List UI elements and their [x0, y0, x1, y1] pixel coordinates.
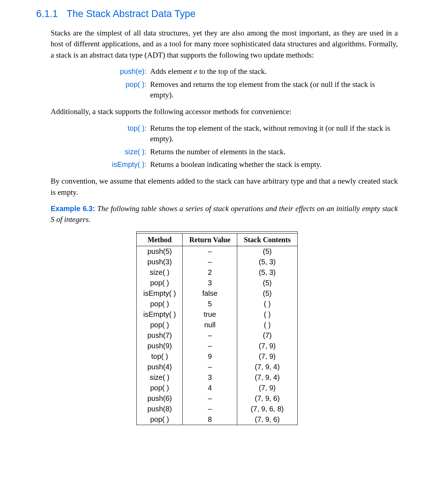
stack-operations-table: MethodReturn ValueStack Contentspush(5)–… — [136, 231, 297, 425]
table-cell: push(4) — [137, 362, 183, 372]
table-cell: null — [183, 320, 237, 330]
table-header: Stack Contents — [237, 233, 297, 246]
table-cell: – — [183, 246, 237, 257]
intro-paragraph-2: Additionally, a stack supports the follo… — [51, 106, 398, 117]
table-row: pop( )5( ) — [137, 299, 297, 309]
example-text: The following table shows a series of st… — [51, 204, 398, 223]
method-description: Returns a boolean indicating whether the… — [150, 159, 398, 170]
table-cell: pop( ) — [137, 383, 183, 393]
table-cell: (7, 9, 4) — [237, 362, 297, 372]
table-cell: 3 — [183, 278, 237, 288]
method-description: Adds element e to the top of the stack. — [150, 66, 398, 77]
table-cell: pop( ) — [137, 414, 183, 425]
table-row: isEmpty( )false(5) — [137, 288, 297, 299]
method-definition: top( ):Returns the top element of the st… — [51, 123, 398, 144]
table-cell: top( ) — [137, 351, 183, 362]
table-cell: isEmpty( ) — [137, 309, 183, 320]
table-row: push(3)–(5, 3) — [137, 257, 297, 267]
table-row: push(4)–(7, 9, 4) — [137, 362, 297, 372]
table-cell: true — [183, 309, 237, 320]
table-cell: – — [183, 362, 237, 372]
method-definition: size( ):Returns the number of elements i… — [51, 147, 398, 157]
table-cell: 4 — [183, 383, 237, 393]
table-cell: (5, 3) — [237, 257, 297, 267]
table-cell: 5 — [183, 299, 237, 309]
method-definition: push(e):Adds element e to the top of the… — [51, 66, 398, 77]
table-cell: (7, 9) — [237, 383, 297, 393]
table-cell: ( ) — [237, 309, 297, 320]
table-row: pop( )null( ) — [137, 320, 297, 330]
update-methods-list: push(e):Adds element e to the top of the… — [51, 66, 398, 100]
table-cell: 9 — [183, 351, 237, 362]
table-cell: (7, 9, 6) — [237, 414, 297, 425]
table-cell: 8 — [183, 414, 237, 425]
method-description: Returns the top element of the stack, wi… — [150, 123, 398, 144]
table-cell: 2 — [183, 267, 237, 278]
table-header: Method — [137, 233, 183, 246]
table-cell: pop( ) — [137, 320, 183, 330]
intro-paragraph-1: Stacks are the simplest of all data stru… — [51, 28, 398, 60]
table-cell: pop( ) — [137, 299, 183, 309]
method-description: Removes and returns the top element from… — [150, 79, 398, 101]
table-cell: (7, 9) — [237, 341, 297, 351]
table-row: size( )3(7, 9, 4) — [137, 372, 297, 383]
section-number: 6.1.1 — [36, 8, 58, 19]
table-cell: (7, 9, 6, 8) — [237, 404, 297, 414]
table-cell: ( ) — [237, 320, 297, 330]
method-definition: isEmpty( ):Returns a boolean indicating … — [51, 159, 398, 170]
method-description: Returns the number of elements in the st… — [150, 147, 398, 157]
table-cell: false — [183, 288, 237, 299]
table-cell: push(7) — [137, 330, 183, 341]
method-name: size( ): — [51, 147, 150, 157]
table-cell: push(5) — [137, 246, 183, 257]
convention-paragraph: By convention, we assume that elements a… — [51, 176, 398, 198]
table-cell: push(6) — [137, 393, 183, 404]
table-cell: (7, 9, 4) — [237, 372, 297, 383]
table-cell: – — [183, 404, 237, 414]
table-row: pop( )8(7, 9, 6) — [137, 414, 297, 425]
section-heading: 6.1.1The Stack Abstract Data Type — [36, 7, 398, 21]
table-row: push(8)–(7, 9, 6, 8) — [137, 404, 297, 414]
table-row: push(5)–(5) — [137, 246, 297, 257]
example-label: Example 6.3: — [51, 205, 95, 213]
table-row: isEmpty( )true( ) — [137, 309, 297, 320]
table-row: top( )9(7, 9) — [137, 351, 297, 362]
table-cell: (7, 9) — [237, 351, 297, 362]
table-cell: push(9) — [137, 341, 183, 351]
table-cell: (5) — [237, 278, 297, 288]
table-header: Return Value — [183, 233, 237, 246]
table-cell: size( ) — [137, 372, 183, 383]
table-cell: isEmpty( ) — [137, 288, 183, 299]
method-name: pop( ): — [51, 79, 150, 89]
table-row: push(9)–(7, 9) — [137, 341, 297, 351]
table-row: push(6)–(7, 9, 6) — [137, 393, 297, 404]
method-name: top( ): — [51, 123, 150, 133]
table-cell: (5) — [237, 288, 297, 299]
method-name: push(e): — [51, 66, 150, 76]
table-row: pop( )4(7, 9) — [137, 383, 297, 393]
table-row: size( )2(5, 3) — [137, 267, 297, 278]
section-title: The Stack Abstract Data Type — [67, 8, 196, 19]
table-cell: size( ) — [137, 267, 183, 278]
table-cell: pop( ) — [137, 278, 183, 288]
table-cell: (7) — [237, 330, 297, 341]
table-row: push(7)–(7) — [137, 330, 297, 341]
table-cell: (5, 3) — [237, 267, 297, 278]
example-paragraph: Example 6.3: The following table shows a… — [51, 203, 398, 225]
accessor-methods-list: top( ):Returns the top element of the st… — [51, 123, 398, 170]
table-cell: – — [183, 393, 237, 404]
table-cell: push(3) — [137, 257, 183, 267]
table-cell: (7, 9, 6) — [237, 393, 297, 404]
method-name: isEmpty( ): — [51, 159, 150, 169]
method-definition: pop( ):Removes and returns the top eleme… — [51, 79, 398, 101]
table-cell: (5) — [237, 246, 297, 257]
table-cell: – — [183, 341, 237, 351]
table-cell: push(8) — [137, 404, 183, 414]
table-cell: 3 — [183, 372, 237, 383]
table-cell: ( ) — [237, 299, 297, 309]
table-cell: – — [183, 330, 237, 341]
table-cell: – — [183, 257, 237, 267]
table-row: pop( )3(5) — [137, 278, 297, 288]
